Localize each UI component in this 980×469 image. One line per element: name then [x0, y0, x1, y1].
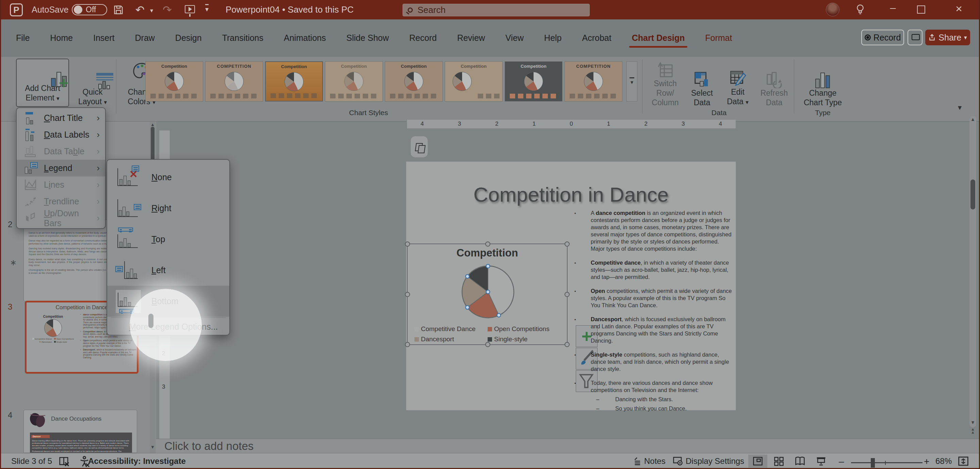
tab-view[interactable]: View	[504, 33, 525, 43]
chart-style-tile[interactable]: COMPETITION	[565, 61, 622, 102]
undo-chevron-icon[interactable]: ▾	[150, 7, 153, 14]
tab-file[interactable]: File	[14, 33, 31, 43]
chart-legend[interactable]: Competitive Dance Open Competitions Danc…	[414, 325, 561, 343]
chart-style-tile[interactable]: Competition	[385, 61, 443, 102]
tab-animations[interactable]: Animations	[282, 33, 327, 43]
tab-design[interactable]: Design	[174, 33, 203, 43]
notes-placeholder[interactable]: Click to add notes	[164, 440, 253, 453]
resize-handle[interactable]	[405, 241, 410, 247]
close-button[interactable]: ×	[950, 2, 967, 15]
lightbulb-icon[interactable]	[856, 4, 865, 18]
designer-button[interactable]	[410, 136, 428, 158]
record-button[interactable]: Record	[861, 30, 904, 45]
zoom-percentage[interactable]: 68%	[935, 456, 952, 466]
ballet-shoes-image	[27, 412, 48, 429]
slide-title[interactable]: Competition in Dance	[406, 183, 736, 206]
tab-slide-show[interactable]: Slide Show	[345, 33, 390, 43]
notes-panel[interactable]: Click to add notes	[156, 439, 980, 453]
reading-view-button[interactable]	[791, 455, 810, 467]
vertical-scrollbar-thumb[interactable]	[970, 180, 975, 209]
change-chart-type-button[interactable]: ChangeChart Type	[797, 60, 848, 107]
slide-count-label[interactable]: Slide 3 of 5	[11, 456, 52, 466]
zoom-slider-thumb[interactable]	[871, 458, 875, 467]
chart-style-tile-selected[interactable]: Competition	[265, 61, 323, 102]
chart-style-tile[interactable]: COMPETITION	[205, 61, 263, 102]
submenu-item-left[interactable]: Left	[107, 255, 229, 286]
zoom-slider-track[interactable]	[851, 462, 923, 463]
notes-toggle-button[interactable]: Notes	[633, 456, 666, 466]
scroll-down-icon[interactable]: ▼	[150, 445, 156, 450]
submenu-item-none[interactable]: ✕ None	[107, 162, 229, 193]
minimize-button[interactable]: –	[885, 2, 901, 14]
previous-slide-button[interactable]: ▲▲	[969, 428, 976, 434]
resize-handle[interactable]	[565, 342, 570, 347]
document-title[interactable]: Powerpoint04 • Saved to this PC	[226, 5, 353, 15]
search-input[interactable]	[417, 5, 585, 16]
autosave-toggle[interactable]: Off	[72, 4, 107, 15]
resize-handle[interactable]	[405, 342, 410, 347]
tab-record[interactable]: Record	[408, 33, 438, 43]
submenu-item-right[interactable]: Right	[107, 193, 229, 224]
slide-body-text[interactable]: A dance competition is an organized even…	[574, 209, 733, 414]
bullet-item: Single-style competitions, such as highl…	[574, 351, 733, 373]
chart-style-tile[interactable]: Competition	[504, 61, 563, 102]
tab-acrobat[interactable]: Acrobat	[581, 33, 613, 43]
menu-item-data-labels[interactable]: Data Labels ›	[17, 126, 105, 143]
resize-handle[interactable]	[565, 292, 570, 297]
maximize-button[interactable]	[917, 5, 925, 14]
tab-home[interactable]: Home	[49, 33, 74, 43]
vertical-scrollbar[interactable]	[969, 116, 976, 428]
tab-draw[interactable]: Draw	[134, 33, 156, 43]
fit-to-window-icon[interactable]	[958, 456, 969, 466]
slide-canvas[interactable]: Competition in Dance Competition	[406, 161, 736, 410]
chart-object-frame[interactable]: Competition Competitive Dance Open Compe…	[407, 244, 568, 345]
scroll-up-icon[interactable]: ▲	[150, 122, 156, 127]
quick-layout-button[interactable]: Quick Layout ▾	[71, 60, 114, 107]
resize-handle[interactable]	[485, 241, 490, 247]
slide-sorter-view-button[interactable]	[769, 455, 788, 467]
accessibility-status[interactable]: Accessibility: Investigate	[88, 456, 186, 466]
tab-help[interactable]: Help	[543, 33, 563, 43]
save-icon[interactable]	[113, 5, 124, 16]
resize-handle[interactable]	[405, 292, 410, 297]
legend-icon	[24, 162, 38, 174]
collapse-ribbon-chevron-icon[interactable]: ▾	[958, 103, 962, 112]
tab-transitions[interactable]: Transitions	[221, 33, 265, 43]
undo-icon[interactable]: ↶	[135, 3, 145, 16]
pie-chart[interactable]	[457, 261, 519, 322]
select-data-button[interactable]: SelectData	[686, 60, 718, 107]
tab-insert[interactable]: Insert	[92, 33, 116, 43]
gallery-more-button[interactable]: ▾	[627, 61, 637, 102]
submenu-item-top[interactable]: Top	[107, 224, 229, 255]
data-table-icon	[24, 145, 38, 158]
scroll-up-icon[interactable]: ▲	[969, 116, 976, 122]
chart-style-tile[interactable]: Competition	[145, 61, 203, 102]
tab-format[interactable]: Format	[704, 33, 733, 43]
tab-chart-design[interactable]: Chart Design	[630, 33, 686, 43]
normal-view-button[interactable]	[748, 455, 767, 467]
comments-button[interactable]	[907, 30, 923, 45]
customize-toolbar-chevron-icon[interactable]: ▾	[205, 4, 208, 13]
zoom-in-button[interactable]: +	[924, 456, 929, 467]
chart-style-tile[interactable]: Competition	[445, 61, 503, 102]
powerpoint-app-icon[interactable]: P	[10, 3, 23, 16]
chart-style-tile[interactable]: Competition	[325, 61, 383, 102]
spellcheck-icon[interactable]	[59, 456, 70, 467]
menu-item-chart-title[interactable]: Chart Title ›	[17, 110, 105, 126]
legend-right-icon	[115, 196, 141, 220]
slide-thumbnail-4[interactable]: Dance Occupations Dancer Dance training …	[24, 410, 137, 453]
user-avatar[interactable]	[826, 3, 840, 16]
share-button[interactable]: Share ▾	[925, 30, 970, 45]
display-settings-button[interactable]: Display Settings	[673, 456, 744, 466]
tab-review[interactable]: Review	[456, 33, 486, 43]
present-from-beginning-icon[interactable]	[185, 5, 195, 13]
scroll-down-icon[interactable]: ▼	[969, 420, 976, 425]
slideshow-view-button[interactable]	[811, 455, 830, 467]
chart-title[interactable]: Competition	[408, 247, 567, 259]
add-chart-element-button[interactable]: Add Chart Element ▾	[16, 59, 69, 107]
edit-data-button[interactable]: Edit Data ▾	[720, 60, 756, 107]
resize-handle[interactable]	[565, 241, 570, 247]
menu-item-legend[interactable]: Legend ›	[17, 160, 105, 176]
zoom-out-button[interactable]: –	[839, 456, 844, 467]
search-box[interactable]	[402, 4, 590, 16]
